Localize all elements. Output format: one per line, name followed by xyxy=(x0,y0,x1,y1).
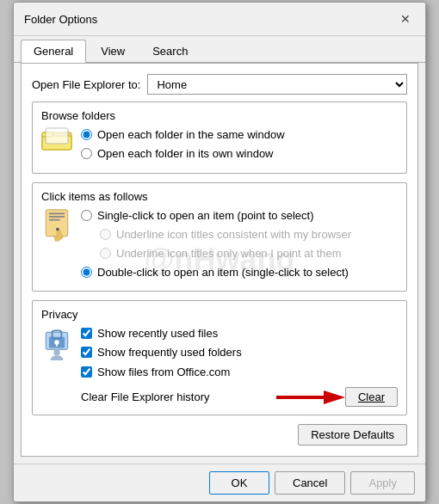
privacy-content: Show recently used files Show frequently… xyxy=(41,326,398,408)
clear-history-row: Clear File Explorer history Clear xyxy=(81,387,398,408)
browse-folders-content: Open each folder in the same window Open… xyxy=(41,127,398,165)
click-items-content: Single-click to open an item (point to s… xyxy=(41,208,398,285)
underline-hover-option: Underline icon titles only when I point … xyxy=(100,246,398,261)
ok-button[interactable]: OK xyxy=(209,471,269,495)
office-files-label: Show files from Office.com xyxy=(97,365,230,380)
svg-rect-7 xyxy=(49,218,60,220)
clear-button[interactable]: Clear xyxy=(345,387,398,407)
browse-folders-icon xyxy=(41,127,72,151)
tab-content: @nHwang Open File Explorer to: Home Brow… xyxy=(21,63,418,457)
click-items-group: Click items as follows Single-click to o… xyxy=(32,182,407,292)
privacy-checkboxes: Show recently used files Show frequently… xyxy=(81,326,398,408)
own-window-radio[interactable] xyxy=(81,148,92,159)
double-click-radio[interactable] xyxy=(81,267,92,278)
svg-rect-5 xyxy=(49,212,65,214)
svg-rect-13 xyxy=(56,342,58,347)
same-window-label: Open each folder in the same window xyxy=(97,127,285,143)
office-files-option: Show files from Office.com xyxy=(81,365,398,380)
tab-general[interactable]: General xyxy=(21,40,86,63)
svg-rect-3 xyxy=(46,128,68,144)
tab-view[interactable]: View xyxy=(88,40,138,62)
underline-options: Underline icon titles consistent with my… xyxy=(100,227,398,261)
cancel-button[interactable]: Cancel xyxy=(275,471,345,495)
own-window-label: Open each folder in its own window xyxy=(97,146,274,162)
underline-browser-radio[interactable] xyxy=(100,229,111,240)
single-click-label: Single-click to open an item (point to s… xyxy=(97,208,313,224)
frequent-folders-option: Show frequently used folders xyxy=(81,345,398,360)
folder-options-dialog: Folder Options ✕ General View Search @nH… xyxy=(13,2,426,502)
open-explorer-label: Open File Explorer to: xyxy=(32,78,140,91)
click-items-label: Click items as follows xyxy=(41,190,398,203)
browse-folders-label: Browse folders xyxy=(41,109,398,122)
frequent-folders-checkbox[interactable] xyxy=(81,347,92,358)
dialog-title: Folder Options xyxy=(24,13,97,26)
open-explorer-row: Open File Explorer to: Home xyxy=(32,74,407,95)
svg-rect-6 xyxy=(49,216,65,218)
close-button[interactable]: ✕ xyxy=(396,9,415,28)
underline-hover-radio[interactable] xyxy=(100,248,111,259)
svg-point-14 xyxy=(53,350,59,356)
click-icon xyxy=(41,208,72,243)
privacy-label: Privacy xyxy=(41,308,398,321)
privacy-group: Privacy Show recently used files xyxy=(32,300,407,415)
frequent-folders-label: Show frequently used folders xyxy=(97,345,242,360)
privacy-icon xyxy=(41,326,72,360)
svg-marker-16 xyxy=(324,390,345,404)
open-explorer-dropdown[interactable]: Home xyxy=(147,74,407,95)
underline-browser-label: Underline icon titles consistent with my… xyxy=(116,227,351,243)
click-items-options: Single-click to open an item (point to s… xyxy=(81,208,398,285)
title-bar: Folder Options ✕ xyxy=(14,3,425,36)
single-click-radio[interactable] xyxy=(81,210,92,221)
clear-history-label: Clear File Explorer history xyxy=(81,390,276,403)
underline-browser-option: Underline icon titles consistent with my… xyxy=(100,227,398,243)
same-window-radio[interactable] xyxy=(81,129,92,140)
double-click-label: Double-click to open an item (single-cli… xyxy=(97,265,349,280)
svg-point-8 xyxy=(56,227,59,230)
recent-files-option: Show recently used files xyxy=(81,326,398,341)
underline-hover-label: Underline icon titles only when I point … xyxy=(116,246,342,261)
bottom-bar: OK Cancel Apply xyxy=(14,464,425,501)
restore-defaults-button[interactable]: Restore Defaults xyxy=(298,424,407,446)
recent-files-label: Show recently used files xyxy=(97,326,218,341)
browse-folders-options: Open each folder in the same window Open… xyxy=(81,127,398,165)
single-click-option: Single-click to open an item (point to s… xyxy=(81,208,398,224)
tab-search[interactable]: Search xyxy=(139,40,201,62)
recent-files-checkbox[interactable] xyxy=(81,328,92,339)
office-files-checkbox[interactable] xyxy=(81,366,92,378)
apply-button[interactable]: Apply xyxy=(350,471,415,495)
red-arrow-icon xyxy=(276,387,345,408)
restore-row: Restore Defaults xyxy=(32,424,407,446)
tab-bar: General View Search xyxy=(14,36,425,63)
own-window-option: Open each folder in its own window xyxy=(81,146,398,162)
same-window-option: Open each folder in the same window xyxy=(81,127,398,143)
browse-folders-group: Browse folders Open each folder in the s… xyxy=(32,101,407,173)
double-click-option: Double-click to open an item (single-cli… xyxy=(81,265,398,280)
